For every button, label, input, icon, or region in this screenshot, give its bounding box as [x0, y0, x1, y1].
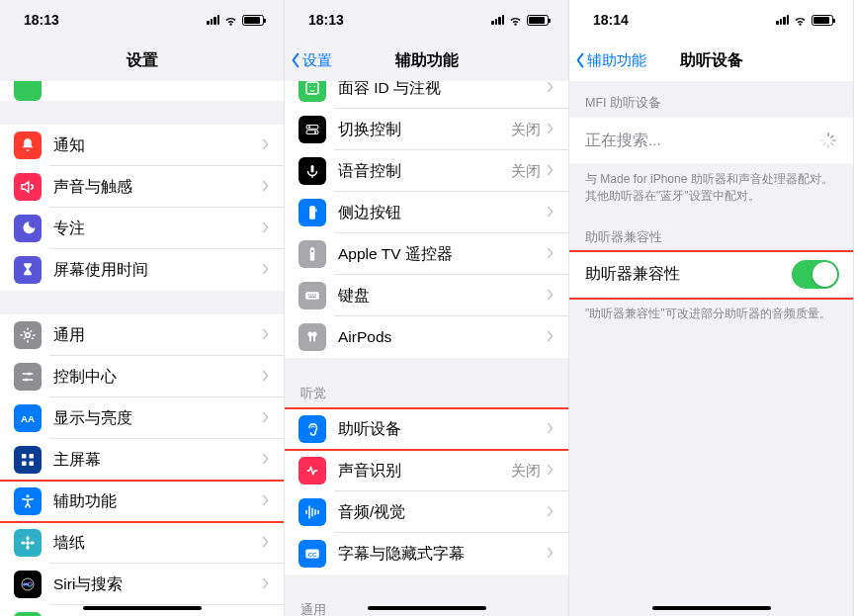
- list-group: 通知声音与触感专注屏幕使用时间: [0, 125, 284, 291]
- list-group: 通用控制中心AA显示与亮度主屏幕辅助功能墙纸Siri与搜索面容ID与密码SOSS…: [0, 314, 284, 616]
- list-item-partial[interactable]: [0, 81, 284, 101]
- chevron-right-icon: [262, 136, 270, 154]
- home-indicator[interactable]: [368, 606, 486, 611]
- accessibility-list[interactable]: 面容 ID 与注视切换控制关闭语音控制关闭侧边按钮Apple TV 遥控器键盘A…: [285, 81, 568, 616]
- list-item[interactable]: 助听设备: [285, 408, 568, 450]
- grid-icon: [14, 446, 42, 474]
- hearing-aid-compat-toggle[interactable]: [792, 260, 839, 289]
- home-indicator[interactable]: [83, 606, 202, 611]
- svg-rect-5: [30, 454, 35, 459]
- status-time: 18:14: [593, 12, 629, 28]
- list-item[interactable]: 主屏幕: [0, 439, 284, 481]
- cellular-icon: [207, 15, 219, 25]
- svg-line-56: [831, 143, 833, 145]
- wifi-icon: [793, 14, 808, 26]
- list-item[interactable]: Siri与搜索: [0, 564, 284, 605]
- cellular-icon: [776, 15, 789, 25]
- nav-bar: 辅助功能 助听设备: [569, 40, 853, 81]
- cellular-icon: [491, 15, 504, 25]
- status-bar: 18:13: [285, 0, 568, 40]
- row-label: 音频/视觉: [338, 502, 547, 523]
- list-item[interactable]: 键盘: [285, 275, 568, 316]
- list-item[interactable]: 面容 ID 与注视: [285, 81, 568, 109]
- list-item[interactable]: 墙纸: [0, 522, 284, 564]
- mfi-note: 与 Made for iPhone 助听器和声音处理器配对。其他助听器在"蓝牙"…: [569, 163, 853, 206]
- screen-accessibility: 18:13 设置 辅助功能 面容 ID 与注视切换控制关闭语音控制关闭侧边按钮A…: [285, 0, 569, 616]
- row-label: AirPods: [338, 328, 547, 346]
- row-label: 辅助功能: [53, 491, 262, 512]
- list-group: 面容 ID 与注视切换控制关闭语音控制关闭侧边按钮Apple TV 遥控器键盘A…: [285, 81, 568, 358]
- back-button[interactable]: 设置: [291, 51, 332, 70]
- status-icons: [207, 14, 264, 26]
- chevron-right-icon: [262, 451, 270, 469]
- svg-point-30: [314, 132, 316, 133]
- svg-rect-24: [306, 82, 318, 94]
- siri-icon: [14, 571, 42, 598]
- list-item[interactable]: AA显示与亮度: [0, 397, 284, 439]
- hearing-aid-compat-label: 助听器兼容性: [585, 264, 680, 285]
- svg-rect-34: [315, 209, 316, 212]
- status-time: 18:13: [308, 12, 344, 28]
- list-item[interactable]: Apple TV 遥控器: [285, 233, 568, 275]
- svg-text:AA: AA: [21, 413, 35, 424]
- row-label: 墙纸: [53, 533, 262, 554]
- voice-icon: [299, 157, 326, 185]
- chevron-right-icon: [262, 261, 270, 279]
- chevron-right-icon: [262, 575, 270, 593]
- hourglass-icon: [14, 256, 42, 284]
- list-item[interactable]: 通知: [0, 125, 284, 166]
- list-item[interactable]: 专注: [0, 208, 284, 249]
- list-item[interactable]: 辅助功能: [0, 481, 284, 522]
- svg-point-36: [311, 250, 313, 252]
- list-item[interactable]: 音频/视觉: [285, 491, 568, 533]
- svg-rect-46: [313, 336, 315, 342]
- svg-point-12: [21, 542, 26, 545]
- row-label: Apple TV 遥控器: [338, 244, 547, 265]
- row-label: 声音识别: [338, 461, 511, 482]
- list-item[interactable]: 侧边按钮: [285, 192, 568, 233]
- back-button[interactable]: 辅助功能: [575, 51, 646, 70]
- remote-icon: [299, 240, 326, 268]
- svg-rect-29: [306, 131, 318, 134]
- row-label: 侧边按钮: [338, 203, 547, 223]
- svg-line-58: [823, 143, 825, 145]
- faceid-icon: [14, 612, 42, 616]
- cc-icon: CC: [299, 540, 326, 568]
- list-item[interactable]: 切换控制关闭: [285, 109, 568, 150]
- searching-label: 正在搜索...: [585, 131, 661, 151]
- row-value: 关闭: [511, 462, 541, 481]
- screen-settings: 18:13 设置 通知声音与触感专注屏幕使用时间通用控制中心AA显示与亮度主屏幕…: [0, 0, 285, 616]
- hearing-content[interactable]: MFI 助听设备 正在搜索... 与 Made for iPhone 助听器和声…: [569, 81, 853, 616]
- page-title: 助听设备: [680, 50, 743, 71]
- settings-list[interactable]: 通知声音与触感专注屏幕使用时间通用控制中心AA显示与亮度主屏幕辅助功能墙纸Sir…: [0, 81, 284, 616]
- wifi-icon: [223, 14, 238, 26]
- list-item[interactable]: 声音识别关闭: [285, 450, 568, 491]
- chevron-right-icon: [547, 162, 555, 180]
- hearing-aid-compat-row[interactable]: 助听器兼容性: [569, 252, 853, 298]
- row-label: 屏幕使用时间: [53, 260, 262, 281]
- list-item[interactable]: 声音与触感: [0, 166, 284, 208]
- list-item[interactable]: 屏幕使用时间: [0, 249, 284, 291]
- nav-bar: 设置 辅助功能: [285, 40, 568, 81]
- faceid-icon: [299, 81, 326, 102]
- svg-point-9: [26, 541, 30, 545]
- list-item[interactable]: 通用: [0, 314, 284, 356]
- chevron-right-icon: [262, 178, 270, 196]
- spinner-icon: [819, 132, 837, 149]
- list-item[interactable]: CC字幕与隐藏式字幕: [285, 533, 568, 574]
- svg-line-60: [823, 135, 825, 137]
- chevron-right-icon: [547, 245, 555, 263]
- list-item[interactable]: 语音控制关闭: [285, 150, 568, 192]
- list-item[interactable]: AirPods: [285, 316, 568, 358]
- row-label: 控制中心: [53, 367, 262, 388]
- chevron-right-icon: [547, 121, 555, 138]
- row-label: 切换控制: [338, 120, 511, 140]
- chevron-right-icon: [547, 420, 555, 438]
- chevron-right-icon: [262, 409, 270, 427]
- speaker-icon: [14, 173, 42, 201]
- row-label: 面容 ID 与注视: [338, 81, 547, 99]
- sliders-icon: [14, 363, 42, 391]
- list-item[interactable]: 控制中心: [0, 356, 284, 397]
- chevron-right-icon: [547, 503, 555, 521]
- home-indicator[interactable]: [652, 606, 771, 611]
